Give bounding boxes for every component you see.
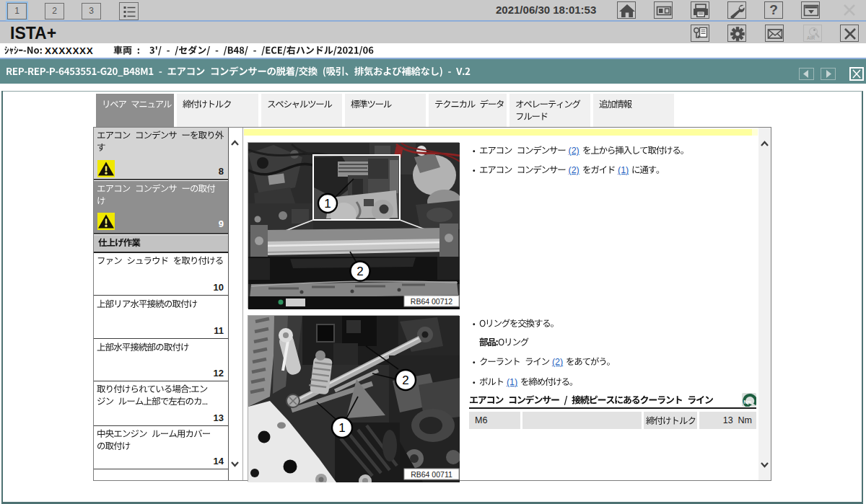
svg-text:RB64 00711: RB64 00711	[411, 470, 452, 479]
svg-text:2: 2	[357, 265, 363, 278]
svg-text:1: 1	[338, 421, 345, 435]
svg-text:AIR: AIR	[807, 35, 815, 40]
svg-text:1: 1	[324, 197, 331, 211]
svg-text:RB64 00712: RB64 00712	[411, 297, 453, 306]
svg-text:2: 2	[402, 373, 408, 387]
svg-text:Nm: Nm	[744, 399, 752, 404]
